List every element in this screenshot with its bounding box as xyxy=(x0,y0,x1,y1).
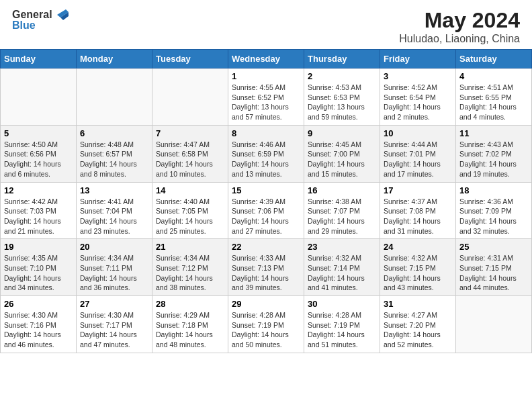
day-number: 3 xyxy=(384,71,452,81)
header-thursday: Thursday xyxy=(304,50,380,68)
page-header: General Blue May 2024 Huludao, Liaoning,… xyxy=(0,0,532,49)
day-number: 15 xyxy=(232,185,300,195)
calendar-cell-w1-d4: 2Sunrise: 4:53 AMSunset: 6:53 PMDaylight… xyxy=(304,68,380,126)
calendar-cell-w5-d2: 28Sunrise: 4:29 AMSunset: 7:18 PMDayligh… xyxy=(152,296,228,353)
day-number: 29 xyxy=(232,299,300,309)
day-number: 5 xyxy=(4,128,73,138)
calendar-cell-w4-d6: 25Sunrise: 4:31 AMSunset: 7:15 PMDayligh… xyxy=(456,239,532,296)
day-number: 10 xyxy=(384,128,452,138)
week-row-2: 5Sunrise: 4:50 AMSunset: 6:56 PMDaylight… xyxy=(1,125,532,182)
calendar-cell-w5-d4: 30Sunrise: 4:28 AMSunset: 7:19 PMDayligh… xyxy=(304,296,380,353)
day-number: 26 xyxy=(4,299,73,309)
calendar-cell-w4-d5: 24Sunrise: 4:32 AMSunset: 7:15 PMDayligh… xyxy=(380,239,456,296)
day-number: 28 xyxy=(156,299,224,309)
day-number: 9 xyxy=(308,128,376,138)
day-number: 1 xyxy=(232,71,300,81)
day-info: Sunrise: 4:36 AMSunset: 7:09 PMDaylight:… xyxy=(459,197,528,236)
calendar-cell-w2-d3: 8Sunrise: 4:46 AMSunset: 6:59 PMDaylight… xyxy=(228,125,304,182)
day-number: 24 xyxy=(384,242,452,252)
calendar-cell-w1-d3: 1Sunrise: 4:55 AMSunset: 6:52 PMDaylight… xyxy=(228,68,304,126)
day-info: Sunrise: 4:30 AMSunset: 7:17 PMDaylight:… xyxy=(80,310,148,350)
calendar-cell-w1-d5: 3Sunrise: 4:52 AMSunset: 6:54 PMDaylight… xyxy=(380,68,456,126)
logo-blue-text: Blue xyxy=(12,19,69,32)
header-monday: Monday xyxy=(77,50,152,68)
day-info: Sunrise: 4:37 AMSunset: 7:08 PMDaylight:… xyxy=(384,197,452,236)
week-row-3: 12Sunrise: 4:42 AMSunset: 7:03 PMDayligh… xyxy=(1,182,532,239)
week-row-1: 1Sunrise: 4:55 AMSunset: 6:52 PMDaylight… xyxy=(1,68,532,126)
calendar-cell-w3-d3: 15Sunrise: 4:39 AMSunset: 7:06 PMDayligh… xyxy=(228,182,304,239)
calendar-title: May 2024 xyxy=(399,8,520,33)
day-info: Sunrise: 4:34 AMSunset: 7:11 PMDaylight:… xyxy=(80,253,148,293)
day-number: 31 xyxy=(384,299,452,309)
day-info: Sunrise: 4:35 AMSunset: 7:10 PMDaylight:… xyxy=(4,253,73,293)
logo: General Blue xyxy=(12,8,69,32)
week-row-5: 26Sunrise: 4:30 AMSunset: 7:16 PMDayligh… xyxy=(1,296,532,353)
day-info: Sunrise: 4:28 AMSunset: 7:19 PMDaylight:… xyxy=(308,310,376,350)
calendar-cell-w3-d4: 16Sunrise: 4:38 AMSunset: 7:07 PMDayligh… xyxy=(304,182,380,239)
day-info: Sunrise: 4:29 AMSunset: 7:18 PMDaylight:… xyxy=(156,310,224,350)
day-number: 11 xyxy=(459,128,528,138)
day-info: Sunrise: 4:33 AMSunset: 7:13 PMDaylight:… xyxy=(232,253,300,293)
header-tuesday: Tuesday xyxy=(152,50,228,68)
day-info: Sunrise: 4:32 AMSunset: 7:14 PMDaylight:… xyxy=(308,253,376,293)
day-number: 25 xyxy=(459,242,528,252)
calendar-cell-w1-d2 xyxy=(152,68,228,126)
header-sunday: Sunday xyxy=(1,50,77,68)
day-number: 27 xyxy=(80,299,148,309)
day-number: 7 xyxy=(156,128,224,138)
day-info: Sunrise: 4:39 AMSunset: 7:06 PMDaylight:… xyxy=(232,197,300,236)
calendar-cell-w4-d1: 20Sunrise: 4:34 AMSunset: 7:11 PMDayligh… xyxy=(77,239,152,296)
day-info: Sunrise: 4:52 AMSunset: 6:54 PMDaylight:… xyxy=(384,83,452,122)
day-info: Sunrise: 4:41 AMSunset: 7:04 PMDaylight:… xyxy=(80,197,148,236)
calendar-cell-w5-d6 xyxy=(456,296,532,353)
calendar-cell-w3-d6: 18Sunrise: 4:36 AMSunset: 7:09 PMDayligh… xyxy=(456,182,532,239)
day-info: Sunrise: 4:44 AMSunset: 7:01 PMDaylight:… xyxy=(384,140,452,179)
day-number: 19 xyxy=(4,242,73,252)
day-info: Sunrise: 4:50 AMSunset: 6:56 PMDaylight:… xyxy=(4,140,73,179)
calendar-cell-w3-d2: 14Sunrise: 4:40 AMSunset: 7:05 PMDayligh… xyxy=(152,182,228,239)
day-info: Sunrise: 4:46 AMSunset: 6:59 PMDaylight:… xyxy=(232,140,300,179)
weekday-header-row: Sunday Monday Tuesday Wednesday Thursday… xyxy=(1,50,532,68)
calendar-cell-w2-d2: 7Sunrise: 4:47 AMSunset: 6:58 PMDaylight… xyxy=(152,125,228,182)
day-info: Sunrise: 4:43 AMSunset: 7:02 PMDaylight:… xyxy=(459,140,528,179)
day-number: 22 xyxy=(232,242,300,252)
day-info: Sunrise: 4:40 AMSunset: 7:05 PMDaylight:… xyxy=(156,197,224,236)
day-info: Sunrise: 4:42 AMSunset: 7:03 PMDaylight:… xyxy=(4,197,73,236)
calendar-cell-w5-d1: 27Sunrise: 4:30 AMSunset: 7:17 PMDayligh… xyxy=(77,296,152,353)
day-info: Sunrise: 4:30 AMSunset: 7:16 PMDaylight:… xyxy=(4,310,73,350)
day-number: 23 xyxy=(308,242,376,252)
week-row-4: 19Sunrise: 4:35 AMSunset: 7:10 PMDayligh… xyxy=(1,239,532,296)
day-info: Sunrise: 4:47 AMSunset: 6:58 PMDaylight:… xyxy=(156,140,224,179)
day-number: 21 xyxy=(156,242,224,252)
calendar-cell-w2-d0: 5Sunrise: 4:50 AMSunset: 6:56 PMDaylight… xyxy=(1,125,77,182)
day-number: 6 xyxy=(80,128,148,138)
calendar-cell-w1-d1 xyxy=(77,68,152,126)
calendar-cell-w2-d1: 6Sunrise: 4:48 AMSunset: 6:57 PMDaylight… xyxy=(77,125,152,182)
calendar-cell-w4-d2: 21Sunrise: 4:34 AMSunset: 7:12 PMDayligh… xyxy=(152,239,228,296)
day-info: Sunrise: 4:27 AMSunset: 7:20 PMDaylight:… xyxy=(384,310,452,350)
calendar-cell-w2-d5: 10Sunrise: 4:44 AMSunset: 7:01 PMDayligh… xyxy=(380,125,456,182)
day-number: 18 xyxy=(459,185,528,195)
day-number: 14 xyxy=(156,185,224,195)
header-saturday: Saturday xyxy=(456,50,532,68)
calendar-cell-w1-d6: 4Sunrise: 4:51 AMSunset: 6:55 PMDaylight… xyxy=(456,68,532,126)
day-number: 8 xyxy=(232,128,300,138)
day-info: Sunrise: 4:45 AMSunset: 7:00 PMDaylight:… xyxy=(308,140,376,179)
day-info: Sunrise: 4:31 AMSunset: 7:15 PMDaylight:… xyxy=(459,253,528,293)
calendar-cell-w5-d5: 31Sunrise: 4:27 AMSunset: 7:20 PMDayligh… xyxy=(380,296,456,353)
day-info: Sunrise: 4:48 AMSunset: 6:57 PMDaylight:… xyxy=(80,140,148,179)
day-number: 2 xyxy=(308,71,376,81)
day-number: 20 xyxy=(80,242,148,252)
day-number: 4 xyxy=(459,71,528,81)
calendar-cell-w3-d0: 12Sunrise: 4:42 AMSunset: 7:03 PMDayligh… xyxy=(1,182,77,239)
header-friday: Friday xyxy=(380,50,456,68)
day-info: Sunrise: 4:28 AMSunset: 7:19 PMDaylight:… xyxy=(232,310,300,350)
day-info: Sunrise: 4:53 AMSunset: 6:53 PMDaylight:… xyxy=(308,83,376,122)
day-number: 12 xyxy=(4,185,73,195)
calendar-cell-w3-d5: 17Sunrise: 4:37 AMSunset: 7:08 PMDayligh… xyxy=(380,182,456,239)
calendar-cell-w4-d3: 22Sunrise: 4:33 AMSunset: 7:13 PMDayligh… xyxy=(228,239,304,296)
calendar-cell-w3-d1: 13Sunrise: 4:41 AMSunset: 7:04 PMDayligh… xyxy=(77,182,152,239)
day-info: Sunrise: 4:38 AMSunset: 7:07 PMDaylight:… xyxy=(308,197,376,236)
day-number: 16 xyxy=(308,185,376,195)
calendar-cell-w1-d0 xyxy=(1,68,77,126)
